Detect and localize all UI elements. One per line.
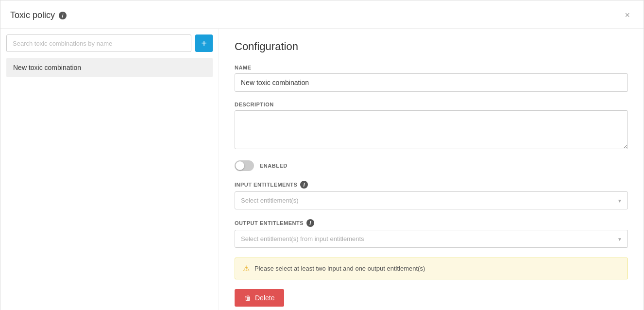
warning-text: Please select at least two input and one… [254,265,425,272]
warning-box: ⚠ Please select at least two input and o… [235,258,628,279]
output-entitlements-label: OUTPUT ENTITLEMENTS i [235,219,628,227]
modal-title: Toxic policy [10,10,55,20]
config-title: Configuration [235,40,628,53]
warning-icon: ⚠ [243,264,250,273]
add-combination-button[interactable]: + [195,34,213,52]
output-entitlements-select[interactable]: Select entitlement(s) from input entitle… [235,230,628,248]
enabled-label: ENABLED [260,163,288,169]
input-entitlements-label: INPUT ENTITLEMENTS i [235,181,628,189]
modal-title-area: Toxic policy i [10,10,67,20]
enabled-toggle[interactable] [235,160,254,171]
enabled-toggle-area: ENABLED [235,160,628,171]
close-button[interactable]: × [621,8,634,22]
modal-body: + New toxic combination Configuration NA… [0,29,644,310]
modal-header: Toxic policy i × [0,0,644,29]
trash-icon: 🗑 [244,294,251,302]
output-entitlements-select-wrapper: Select entitlement(s) from input entitle… [235,230,628,248]
name-label: NAME [235,65,628,70]
toxic-policy-modal: Toxic policy i × + New toxic combination… [0,0,644,310]
output-entitlements-field-group: OUTPUT ENTITLEMENTS i Select entitlement… [235,219,628,248]
description-field-group: DESCRIPTION [235,102,628,151]
title-info-icon[interactable]: i [59,12,67,19]
input-entitlements-field-group: INPUT ENTITLEMENTS i Select entitlement(… [235,181,628,209]
input-entitlements-info-icon[interactable]: i [300,181,308,189]
delete-button[interactable]: 🗑 Delete [235,289,284,307]
name-field-group: NAME [235,65,628,92]
input-entitlements-select[interactable]: Select entitlement(s) [235,191,628,209]
search-area: + [6,34,213,52]
sidebar: + New toxic combination [0,29,219,310]
search-input[interactable] [6,34,191,52]
list-item[interactable]: New toxic combination [6,58,213,77]
description-textarea[interactable] [235,110,628,149]
config-panel: Configuration NAME DESCRIPTION ENABLED I… [219,29,644,310]
description-label: DESCRIPTION [235,102,628,107]
input-entitlements-select-wrapper: Select entitlement(s) [235,191,628,209]
delete-button-label: Delete [255,294,274,302]
output-entitlements-info-icon[interactable]: i [306,219,314,227]
name-input[interactable] [235,73,628,92]
